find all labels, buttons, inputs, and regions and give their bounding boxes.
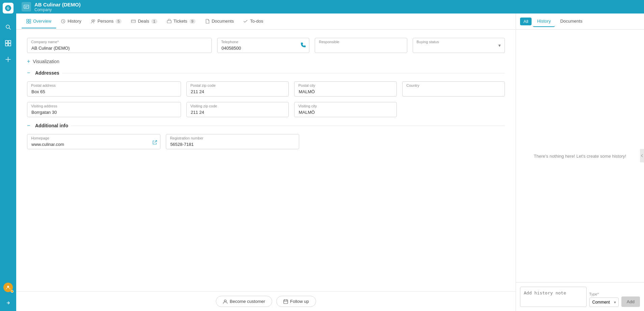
additional-info-collapse-icon[interactable]: − bbox=[27, 123, 32, 129]
tab-overview[interactable]: Overview bbox=[22, 15, 56, 28]
topbar: AB Culinar (DEMO) Company bbox=[16, 0, 644, 14]
tab-overview-label: Overview bbox=[33, 19, 51, 24]
company-name-field: Company name* bbox=[27, 38, 212, 53]
postal-city-field: Postal city bbox=[294, 81, 397, 97]
tab-bar: Overview History Persons bbox=[16, 14, 516, 30]
right-panel-footer: Type* Comment Call Email Meeting ▼ Add bbox=[516, 282, 644, 311]
tab-persons[interactable]: Persons 5 bbox=[86, 15, 127, 28]
additional-info-title: Additional info bbox=[35, 123, 68, 128]
type-select[interactable]: Comment Call Email Meeting bbox=[589, 297, 619, 307]
documents-icon bbox=[205, 19, 210, 24]
svg-point-25 bbox=[224, 300, 226, 302]
addresses-collapse-icon[interactable]: − bbox=[27, 70, 32, 76]
visualization-toggle[interactable]: + Visualization bbox=[27, 58, 505, 64]
tab-todos[interactable]: To-dos bbox=[238, 15, 268, 28]
tab-persons-badge: 5 bbox=[115, 19, 122, 24]
right-panel-collapse-handle[interactable] bbox=[640, 149, 644, 162]
become-customer-label: Become customer bbox=[230, 299, 265, 304]
right-panel: All History Documents There's nothing he… bbox=[516, 14, 644, 311]
country-field: Country bbox=[402, 81, 505, 97]
svg-rect-5 bbox=[8, 41, 11, 43]
visiting-address-field: Visiting address bbox=[27, 102, 181, 117]
additional-info-section: − Additional info Homepage bbox=[27, 123, 505, 149]
postal-address-field: Postal address bbox=[27, 81, 181, 97]
top-field-group: Company name* Telephone Responsib bbox=[27, 38, 505, 53]
additional-info-divider bbox=[71, 126, 505, 126]
buying-status-select[interactable] bbox=[413, 38, 505, 53]
type-select-container: Comment Call Email Meeting ▼ bbox=[589, 297, 619, 307]
right-tab-bar: All History Documents bbox=[516, 14, 644, 30]
registration-field: Registration number bbox=[166, 134, 299, 149]
tab-documents-label: Documents bbox=[212, 19, 234, 24]
homepage-field: Homepage bbox=[27, 134, 160, 149]
responsible-input[interactable] bbox=[315, 38, 407, 53]
follow-up-icon bbox=[283, 299, 288, 304]
collapse-sidebar-icon[interactable] bbox=[3, 297, 14, 308]
svg-line-24 bbox=[155, 140, 157, 142]
tab-tickets-label: Tickets bbox=[174, 19, 187, 24]
tab-deals[interactable]: Deals 1 bbox=[126, 15, 162, 28]
become-customer-icon bbox=[223, 299, 228, 304]
right-tab-all[interactable]: All bbox=[520, 18, 532, 25]
addresses-section: − Addresses Postal address Postal zip co… bbox=[27, 70, 505, 117]
add-icon[interactable] bbox=[3, 54, 14, 65]
grid-icon[interactable] bbox=[3, 38, 14, 49]
postal-address-input[interactable] bbox=[27, 81, 181, 97]
svg-rect-16 bbox=[29, 19, 31, 21]
type-field-wrapper: Type* Comment Call Email Meeting ▼ bbox=[589, 292, 619, 307]
follow-up-button[interactable]: Follow up bbox=[276, 296, 316, 307]
addresses-header: − Addresses bbox=[27, 70, 505, 76]
visiting-city-input[interactable] bbox=[294, 102, 397, 117]
country-input[interactable] bbox=[402, 81, 505, 97]
form-area: Company name* Telephone Responsib bbox=[16, 30, 516, 291]
addresses-divider bbox=[62, 73, 505, 73]
homepage-input[interactable] bbox=[27, 134, 160, 149]
topbar-company-type: Company bbox=[34, 7, 81, 12]
todos-icon bbox=[243, 19, 248, 24]
postal-city-input[interactable] bbox=[294, 81, 397, 97]
svg-text:G: G bbox=[7, 6, 9, 10]
history-note-input[interactable] bbox=[520, 287, 587, 307]
visiting-city-field: Visiting city bbox=[294, 102, 397, 117]
type-label: Type* bbox=[589, 292, 619, 296]
svg-rect-22 bbox=[131, 20, 135, 23]
empty-history-message: There's nothing here! Let's create some … bbox=[534, 154, 626, 159]
visiting-zip-input[interactable] bbox=[186, 102, 289, 117]
add-history-button[interactable]: Add bbox=[621, 296, 640, 307]
tab-deals-label: Deals bbox=[138, 19, 149, 24]
bottom-action-bar: Become customer Follow up bbox=[16, 291, 516, 311]
svg-rect-7 bbox=[8, 44, 11, 46]
visualization-section: + Visualization bbox=[27, 58, 505, 64]
right-tab-history[interactable]: History bbox=[533, 16, 555, 27]
external-link-icon[interactable] bbox=[152, 140, 157, 146]
svg-rect-4 bbox=[5, 41, 8, 43]
phone-icon[interactable] bbox=[301, 42, 306, 49]
tab-history-label: History bbox=[68, 19, 81, 24]
svg-rect-6 bbox=[5, 44, 8, 46]
tab-history[interactable]: History bbox=[56, 15, 86, 28]
registration-input[interactable] bbox=[166, 134, 299, 149]
postal-field-group: Postal address Postal zip code Postal ci… bbox=[27, 81, 505, 97]
postal-zip-input[interactable] bbox=[186, 81, 289, 97]
history-icon bbox=[61, 19, 66, 24]
tab-deals-badge: 1 bbox=[151, 19, 157, 24]
search-icon[interactable] bbox=[3, 22, 14, 32]
right-tab-documents[interactable]: Documents bbox=[556, 16, 587, 27]
responsible-field: Responsible bbox=[315, 38, 407, 53]
company-name-input[interactable] bbox=[27, 38, 212, 53]
persons-icon bbox=[91, 19, 96, 24]
right-panel-content: There's nothing here! Let's create some … bbox=[516, 30, 644, 282]
tab-persons-label: Persons bbox=[98, 19, 114, 24]
visiting-field-group: Visiting address Visiting zip code Visit… bbox=[27, 102, 505, 117]
become-customer-button[interactable]: Become customer bbox=[216, 296, 272, 307]
svg-rect-26 bbox=[284, 300, 288, 304]
topbar-company-name: AB Culinar (DEMO) bbox=[34, 2, 81, 7]
avatar-status-dot bbox=[11, 290, 14, 293]
telephone-input[interactable] bbox=[217, 38, 309, 53]
app-logo[interactable]: G bbox=[3, 3, 14, 14]
tab-tickets-badge: 9 bbox=[189, 19, 196, 24]
visiting-address-input[interactable] bbox=[27, 102, 181, 117]
tab-tickets[interactable]: Tickets 9 bbox=[162, 15, 200, 28]
tab-documents[interactable]: Documents bbox=[200, 15, 239, 28]
deals-icon bbox=[131, 19, 136, 24]
